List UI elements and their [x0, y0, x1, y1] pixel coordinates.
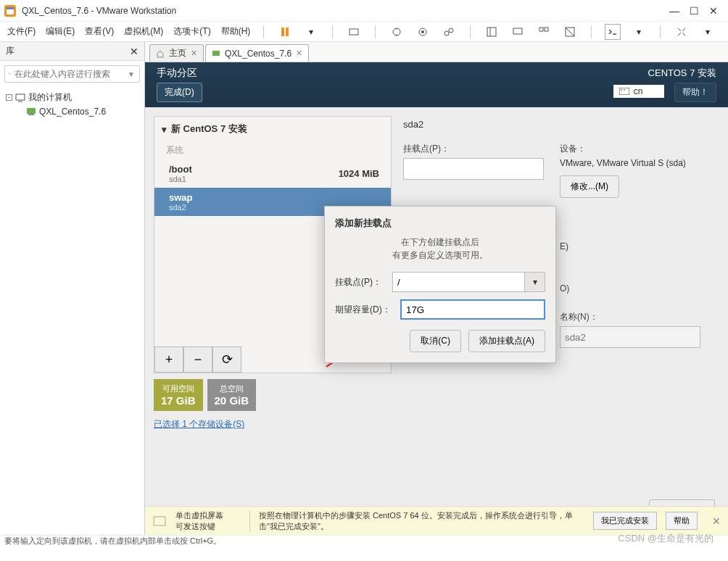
chevron-down-icon: ▾ [162, 124, 167, 135]
workspace-tabs: 主页 ✕ QXL_Centos_7.6 ✕ [145, 42, 728, 62]
svg-rect-23 [212, 51, 220, 56]
svg-rect-12 [513, 28, 522, 34]
search-icon [8, 69, 12, 79]
hint-bar: 单击虚拟屏幕可发送按键 按照在物理计算机中的步骤安装 CentOS 7 64 位… [145, 506, 728, 535]
toolbar-dropdown-icon[interactable]: ▾ [303, 24, 319, 40]
svg-point-9 [449, 28, 453, 33]
svg-point-7 [421, 30, 424, 33]
keyboard-layout[interactable]: cn [613, 85, 665, 98]
device-label: 设备： [560, 143, 716, 155]
svg-rect-21 [27, 108, 36, 114]
modify-button[interactable]: 修改...(M) [560, 175, 619, 198]
dialog-size-input[interactable] [400, 299, 545, 320]
keyboard-icon [619, 88, 629, 95]
installer-header: 手动分区 完成(D) CENTOS 7 安装 cn 帮助！ [145, 62, 728, 107]
menu-vm[interactable]: 虚拟机(M) [124, 25, 163, 38]
menu-view[interactable]: 查看(V) [85, 25, 114, 38]
snapshot-icon[interactable] [389, 24, 405, 40]
status-text: 要将输入定向到该虚拟机，请在虚拟机内部单击或按 Ctrl+G。 [4, 536, 221, 547]
svg-rect-22 [28, 114, 34, 115]
available-space: 可用空间 17 GiB [154, 379, 203, 411]
dialog-mount-input[interactable] [392, 272, 525, 292]
tree-root-label: 我的计算机 [28, 91, 72, 104]
remove-partition-button[interactable]: − [183, 346, 212, 373]
tab-home[interactable]: 主页 ✕ [149, 44, 204, 62]
svg-rect-19 [16, 94, 25, 100]
storage-devices-link[interactable]: 已选择 1 个存储设备(S) [154, 418, 244, 431]
snapshot-revert-icon[interactable] [441, 24, 457, 40]
pause-icon[interactable] [277, 24, 293, 40]
tree-vm-item[interactable]: QXL_Centos_7.6 [6, 105, 138, 118]
send-ctrlaltdel-icon[interactable] [346, 24, 362, 40]
hint-help-button[interactable]: 帮助 [666, 512, 698, 530]
system-category: 系统 [154, 141, 391, 159]
toolbar-dropdown2-icon[interactable]: ▾ [631, 24, 647, 40]
svg-line-16 [566, 28, 574, 36]
tab-close-icon[interactable]: ✕ [191, 49, 197, 58]
library-title: 库 [6, 45, 15, 57]
search-dropdown-icon[interactable]: ▼ [123, 70, 139, 78]
menu-edit[interactable]: 编辑(E) [46, 25, 75, 38]
partition-boot[interactable]: /bootsda1 1024 MiB [154, 159, 391, 188]
svg-rect-2 [281, 28, 284, 36]
menu-tabs[interactable]: 选项卡(T) [173, 25, 210, 38]
tab-close-icon[interactable]: ✕ [296, 49, 302, 58]
svg-point-8 [444, 31, 449, 36]
new-install-header[interactable]: ▾ 新 CentOS 7 安装 [154, 117, 391, 141]
reload-partition-button[interactable]: ⟳ [212, 346, 241, 373]
tree-root[interactable]: - 我的计算机 [6, 90, 138, 105]
library-search[interactable]: ▼ [4, 65, 140, 83]
view-thumbnail-icon[interactable] [536, 24, 552, 40]
done-button[interactable]: 完成(D) [157, 83, 202, 102]
search-input[interactable] [15, 69, 123, 79]
library-sidebar: 库 ✕ ▼ - 我的计算机 QXL_Centos_7.6 [0, 42, 145, 535]
stretch-icon[interactable] [674, 24, 690, 40]
snapshot-manage-icon[interactable] [415, 24, 431, 40]
maximize-icon[interactable]: ☐ [690, 5, 699, 17]
minimize-icon[interactable]: — [669, 5, 679, 17]
add-mount-dialog: 添加新挂载点 在下方创建挂载点后有更多自定义选项可用。 挂载点(P)： ▾ 期望… [324, 206, 556, 363]
dialog-cancel-button[interactable]: 取消(C) [410, 330, 461, 352]
view-unity-icon[interactable] [562, 24, 578, 40]
sidebar-close-icon[interactable]: ✕ [130, 46, 138, 57]
dialog-add-button[interactable]: 添加挂载点(A) [468, 330, 545, 352]
tree-collapse-icon[interactable]: - [6, 94, 12, 101]
name-input [560, 326, 700, 348]
menu-help[interactable]: 帮助(H) [221, 25, 251, 38]
name-label: 名称(N)： [560, 311, 716, 323]
help-button[interactable]: 帮助！ [674, 83, 716, 102]
svg-rect-24 [619, 88, 629, 95]
view-console-icon[interactable] [510, 24, 526, 40]
device-info: VMware, VMware Virtual S (sda) [560, 158, 716, 168]
mount-input[interactable] [403, 158, 544, 180]
svg-point-17 [9, 72, 11, 75]
total-space: 总空间 20 GiB [207, 379, 257, 411]
hint-close-icon[interactable]: ✕ [712, 515, 721, 527]
vm-icon [26, 107, 36, 116]
hint-icon [152, 514, 167, 528]
menu-file[interactable]: 文件(F) [7, 25, 36, 38]
partition-heading: sda2 [403, 119, 716, 130]
add-partition-button[interactable]: + [154, 346, 183, 373]
installer-title: 手动分区 [157, 67, 202, 80]
dialog-mount-dropdown[interactable]: ▾ [525, 272, 545, 292]
window-title: QXL_Centos_7.6 - VMware Workstation [22, 6, 669, 16]
toolbar-dropdown3-icon[interactable]: ▾ [700, 24, 716, 40]
fullscreen-icon[interactable] [605, 24, 621, 40]
svg-line-18 [10, 74, 11, 75]
svg-rect-28 [154, 517, 165, 525]
view-single-icon[interactable] [484, 24, 500, 40]
window-titlebar: QXL_Centos_7.6 - VMware Workstation — ☐ … [0, 0, 728, 22]
svg-rect-10 [487, 28, 496, 36]
dialog-description: 在下方创建挂载点后有更多自定义选项可用。 [335, 236, 545, 262]
tree-vm-label: QXL_Centos_7.6 [39, 107, 106, 117]
svg-rect-14 [545, 28, 548, 31]
close-icon[interactable]: ✕ [709, 5, 718, 17]
computer-icon [15, 94, 25, 102]
home-icon [156, 49, 165, 58]
tab-vm[interactable]: QXL_Centos_7.6 ✕ [205, 44, 309, 62]
finished-install-button[interactable]: 我已完成安装 [593, 512, 657, 530]
svg-rect-4 [349, 29, 358, 35]
hint-install-text: 按照在物理计算机中的步骤安装 CentOS 7 64 位。安装完成后，操作系统会… [249, 510, 584, 532]
installer-subtitle: CENTOS 7 安装 [613, 67, 716, 80]
